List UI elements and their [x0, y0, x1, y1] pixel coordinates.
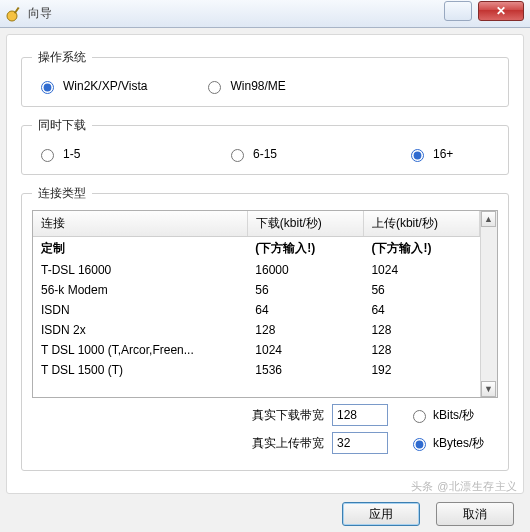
table-cell: 56 [247, 280, 363, 300]
table-cell: 128 [363, 340, 479, 360]
os-option-label: Win2K/XP/Vista [63, 79, 147, 93]
table-cell: 1536 [247, 360, 363, 380]
real-download-input[interactable] [332, 404, 388, 426]
os-option-label: Win98/ME [230, 79, 285, 93]
unit-option-kbytes[interactable]: kBytes/秒 [408, 435, 484, 452]
concurrent-option-label: 16+ [433, 147, 453, 161]
table-cell: T-DSL 16000 [33, 260, 247, 280]
col-download[interactable]: 下载(kbit/秒) [247, 211, 363, 237]
concurrent-option-16plus[interactable]: 16+ [406, 146, 453, 162]
table-row[interactable]: T DSL 1000 (T,Arcor,Freen...1024128 [33, 340, 480, 360]
scrollbar[interactable]: ▲ ▼ [480, 211, 497, 397]
unit-radio-kbytes[interactable] [413, 438, 426, 451]
concurrent-option-label: 1-5 [63, 147, 80, 161]
table-cell: 64 [363, 300, 479, 320]
table-cell: T DSL 1000 (T,Arcor,Freen... [33, 340, 247, 360]
real-upload-input[interactable] [332, 432, 388, 454]
connection-group: 连接类型 连接 下载(kbit/秒) 上传(kbit/秒) 定制(下方输入!)(… [21, 185, 509, 471]
table-cell: (下方输入!) [363, 237, 479, 261]
table-cell: 128 [363, 320, 479, 340]
table-cell: 56-k Modem [33, 280, 247, 300]
os-option-98[interactable]: Win98/ME [203, 78, 285, 94]
os-radio-vista[interactable] [41, 81, 54, 94]
os-group: 操作系统 Win2K/XP/Vista Win98/ME [21, 49, 509, 107]
table-cell: 16000 [247, 260, 363, 280]
table-cell: ISDN 2x [33, 320, 247, 340]
concurrent-group: 同时下载 1-5 6-15 16+ [21, 117, 509, 175]
os-radio-98[interactable] [208, 81, 221, 94]
os-legend: 操作系统 [32, 49, 92, 66]
scroll-up-icon[interactable]: ▲ [481, 211, 496, 227]
titlebar-extra-button[interactable] [444, 1, 472, 21]
table-cell: ISDN [33, 300, 247, 320]
concurrent-option-1-5[interactable]: 1-5 [36, 146, 226, 162]
wizard-icon [6, 6, 22, 22]
table-row[interactable]: 定制(下方输入!)(下方输入!) [33, 237, 480, 261]
col-connection[interactable]: 连接 [33, 211, 247, 237]
table-cell: 56 [363, 280, 479, 300]
titlebar: 向导 ✕ [0, 0, 530, 28]
table-cell: 64 [247, 300, 363, 320]
concurrent-legend: 同时下载 [32, 117, 92, 134]
concurrent-radio-1-5[interactable] [41, 149, 54, 162]
table-cell: 128 [247, 320, 363, 340]
table-row[interactable]: T-DSL 16000160001024 [33, 260, 480, 280]
concurrent-radio-6-15[interactable] [231, 149, 244, 162]
unit-label: kBytes/秒 [433, 435, 484, 452]
window-title: 向导 [28, 5, 52, 22]
table-cell: 定制 [33, 237, 247, 261]
os-option-vista[interactable]: Win2K/XP/Vista [36, 78, 147, 94]
concurrent-radio-16plus[interactable] [411, 149, 424, 162]
unit-option-kbits[interactable]: kBits/秒 [408, 407, 474, 424]
connection-table-wrap: 连接 下载(kbit/秒) 上传(kbit/秒) 定制(下方输入!)(下方输入!… [32, 210, 498, 398]
table-row[interactable]: T DSL 1500 (T)1536192 [33, 360, 480, 380]
table-row[interactable]: ISDN 2x128128 [33, 320, 480, 340]
apply-button[interactable]: 应用 [342, 502, 420, 526]
scroll-down-icon[interactable]: ▼ [481, 381, 496, 397]
table-cell: T DSL 1500 (T) [33, 360, 247, 380]
connection-legend: 连接类型 [32, 185, 92, 202]
svg-rect-1 [14, 6, 20, 13]
cancel-button[interactable]: 取消 [436, 502, 514, 526]
table-cell: 192 [363, 360, 479, 380]
concurrent-option-label: 6-15 [253, 147, 277, 161]
real-download-label: 真实下载带宽 [32, 407, 332, 424]
close-icon: ✕ [496, 4, 506, 18]
close-button[interactable]: ✕ [478, 1, 524, 21]
table-row[interactable]: ISDN6464 [33, 300, 480, 320]
wizard-panel: 操作系统 Win2K/XP/Vista Win98/ME 同时下载 1-5 [6, 34, 524, 494]
table-cell: 1024 [247, 340, 363, 360]
unit-label: kBits/秒 [433, 407, 474, 424]
table-row[interactable]: 56-k Modem5656 [33, 280, 480, 300]
real-upload-label: 真实上传带宽 [32, 435, 332, 452]
col-upload[interactable]: 上传(kbit/秒) [363, 211, 479, 237]
table-cell: (下方输入!) [247, 237, 363, 261]
concurrent-option-6-15[interactable]: 6-15 [226, 146, 406, 162]
unit-radio-kbits[interactable] [413, 410, 426, 423]
table-cell: 1024 [363, 260, 479, 280]
connection-table[interactable]: 连接 下载(kbit/秒) 上传(kbit/秒) 定制(下方输入!)(下方输入!… [33, 211, 480, 380]
